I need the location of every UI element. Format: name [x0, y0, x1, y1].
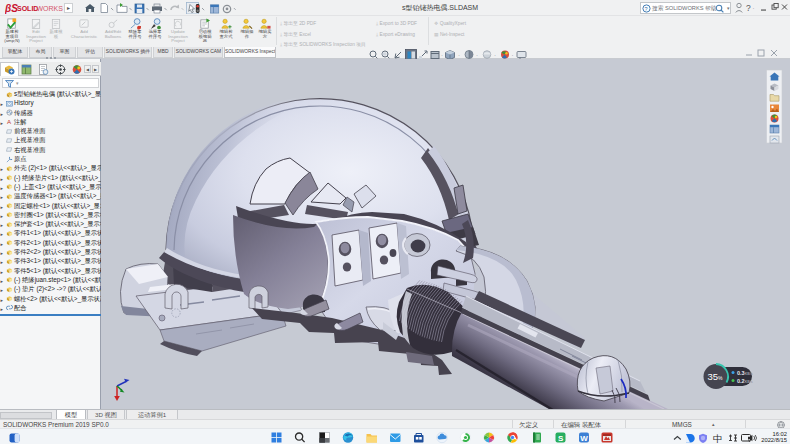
svg-text:·: ·: [458, 52, 460, 58]
svg-text:S: S: [558, 434, 564, 443]
svg-text:·: ·: [494, 52, 496, 58]
svg-text:W: W: [580, 434, 588, 443]
svg-text:·: ·: [441, 52, 443, 58]
svg-text:中: 中: [713, 433, 723, 444]
svg-text:WORKS: WORKS: [37, 5, 64, 12]
svg-text:SOLID: SOLID: [17, 5, 38, 12]
svg-text:?: ?: [645, 5, 648, 11]
svg-text:·: ·: [512, 52, 514, 58]
svg-text:?: ?: [746, 3, 751, 13]
svg-text:·: ·: [753, 5, 755, 11]
svg-text:·: ·: [476, 52, 478, 58]
svg-text:A: A: [7, 119, 12, 126]
